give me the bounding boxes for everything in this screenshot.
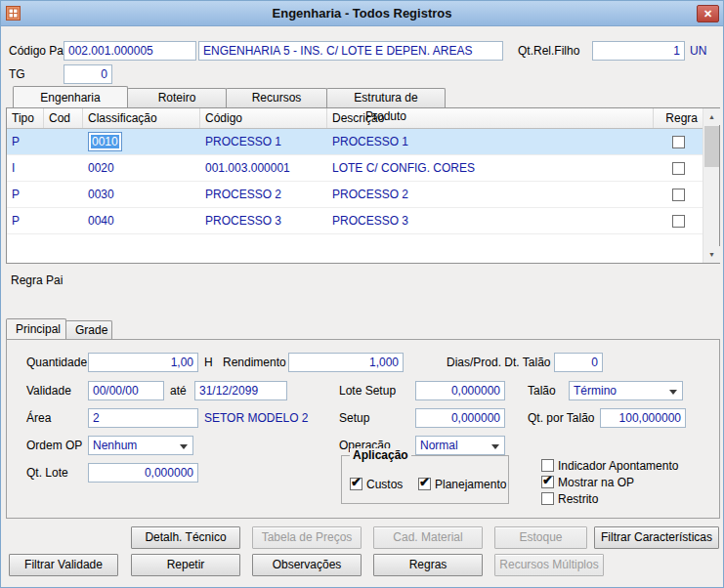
tab-roteiro[interactable]: Roteiro <box>127 88 227 107</box>
subtab-grade[interactable]: Grade <box>65 320 112 339</box>
scroll-thumb[interactable] <box>704 126 719 167</box>
rendimento-input[interactable]: 1,000 <box>288 353 404 372</box>
cell-codigo: 001.003.000001 <box>200 155 327 181</box>
ordem-op-select[interactable]: Nenhum <box>88 436 193 455</box>
mostrar-na-op-checkbox[interactable] <box>541 476 554 488</box>
detalh-tecnico-button[interactable]: Detalh. Técnico <box>131 526 240 549</box>
cell-tipo: P <box>7 182 44 207</box>
cell-codigo: PROCESSO 1 <box>200 129 327 154</box>
restrito-checkbox-row[interactable]: Restrito <box>541 492 598 508</box>
codigo-pai-label: Código Pai <box>9 41 66 61</box>
col-header-codigo[interactable]: Código <box>200 108 327 128</box>
principal-panel: Quantidade 1,00 H Rendimento 1,000 Dias/… <box>6 339 720 519</box>
qt-rel-filho-input[interactable]: 1 <box>592 41 685 61</box>
indicador-apontamento-checkbox[interactable] <box>541 459 554 472</box>
chevron-down-icon <box>491 444 499 449</box>
regra-checkbox[interactable] <box>672 215 685 228</box>
tg-label: TG <box>9 64 25 84</box>
recursos-multiplos-button[interactable]: Recursos Múltiplos <box>494 554 604 576</box>
cell-cod <box>44 155 83 181</box>
cell-classificacao: 0040 <box>83 208 200 233</box>
regras-button[interactable]: Regras <box>373 554 483 576</box>
cell-codigo: PROCESSO 2 <box>200 182 327 207</box>
tab-recursos[interactable]: Recursos <box>226 88 327 107</box>
col-header-tipo[interactable]: Tipo <box>7 108 44 128</box>
tabela-de-precos-button[interactable]: Tabela de Preços <box>252 526 362 549</box>
custos-checkbox[interactable] <box>350 478 362 490</box>
cell-classificacao[interactable]: 0010 <box>83 129 200 154</box>
area-label: Área <box>26 408 51 428</box>
dias-prod-label: Dias/Prod. Dt. Talão <box>447 353 551 372</box>
chevron-down-icon <box>669 390 677 395</box>
tg-input[interactable]: 0 <box>64 64 112 84</box>
validade-label: Validade <box>26 381 71 400</box>
tab-estrutura-de-produto[interactable]: Estrutura de Produto <box>326 88 446 107</box>
dias-prod-input[interactable]: 0 <box>554 353 603 372</box>
cell-cod <box>44 208 83 233</box>
descricao-pai-input[interactable]: ENGENHARIA 5 - INS. C/ LOTE E DEPEN. ARE… <box>198 41 503 61</box>
validade-input[interactable]: 00/00/00 <box>88 381 164 400</box>
cell-classificacao: 0020 <box>83 155 200 181</box>
cell-tipo: P <box>7 129 44 154</box>
qt-lote-input[interactable]: 0,000000 <box>88 463 198 483</box>
scroll-down-button[interactable]: ▼ <box>703 246 720 263</box>
grid-row-4[interactable]: P 0040 PROCESSO 3 PROCESSO 3 <box>7 208 703 234</box>
grid-header: Tipo Cod Classificação Código Descrição … <box>7 108 703 129</box>
qt-por-talao-label: Qt. por Talão <box>528 408 594 428</box>
talao-select[interactable]: Término <box>569 381 683 400</box>
close-button[interactable]: ✕ <box>697 5 719 22</box>
cell-cod <box>44 182 83 207</box>
subtab-principal[interactable]: Principal <box>6 318 66 339</box>
cell-tipo: I <box>7 155 44 181</box>
cell-tipo: P <box>7 208 44 233</box>
quantidade-label: Quantidade <box>26 353 87 372</box>
estoque-button[interactable]: Estoque <box>494 526 587 549</box>
rendimento-label: Rendimento <box>223 353 286 372</box>
planejamento-checkbox-row[interactable]: Planejamento <box>418 478 506 493</box>
cell-descricao: LOTE C/ CONFIG. CORES <box>327 155 654 181</box>
repetir-button[interactable]: Repetir <box>131 554 240 576</box>
cell-cod <box>44 129 83 154</box>
quantidade-input[interactable]: 1,00 <box>88 353 198 372</box>
grid-row-1[interactable]: P 0010 PROCESSO 1 PROCESSO 1 <box>7 129 703 155</box>
col-header-cod[interactable]: Cod <box>44 108 83 128</box>
cell-codigo: PROCESSO 3 <box>200 208 327 233</box>
regra-checkbox[interactable] <box>672 136 685 148</box>
area-input[interactable]: 2 <box>88 408 198 428</box>
observacoes-button[interactable]: Observações <box>252 554 362 576</box>
grid-row-3[interactable]: P 0030 PROCESSO 2 PROCESSO 2 <box>7 182 703 208</box>
talao-label: Talão <box>528 381 556 400</box>
ate-input[interactable]: 31/12/2099 <box>194 381 287 400</box>
grid-row-2[interactable]: I 0020 001.003.000001 LOTE C/ CONFIG. CO… <box>7 155 703 182</box>
codigo-pai-input[interactable]: 002.001.000005 <box>64 41 196 61</box>
ordem-op-label: Ordem OP <box>26 436 82 455</box>
mostrar-na-op-checkbox-row[interactable]: Mostrar na OP <box>541 476 634 491</box>
filtrar-validade-button[interactable]: Filtrar Validade <box>9 554 118 576</box>
engenharia-window: Engenharia - Todos Registros ✕ Código Pa… <box>0 0 724 588</box>
inline-editor[interactable]: 0010 <box>88 132 122 151</box>
vertical-scrollbar[interactable]: ▲ ▼ <box>703 108 719 263</box>
scroll-up-button[interactable]: ▲ <box>703 108 720 125</box>
cell-regra <box>654 155 703 181</box>
planejamento-checkbox[interactable] <box>418 478 431 490</box>
lote-setup-label: Lote Setup <box>339 381 396 400</box>
lote-setup-input[interactable]: 0,000000 <box>415 381 505 400</box>
regra-pai-label: Regra Pai <box>11 271 63 290</box>
unit-label: UN <box>690 41 706 61</box>
regra-checkbox[interactable] <box>672 162 685 175</box>
cell-classificacao: 0030 <box>83 182 200 207</box>
col-header-classificacao[interactable]: Classificação <box>83 108 200 128</box>
qt-rel-filho-label: Qt.Rel.Filho <box>518 41 579 61</box>
tab-engenharia[interactable]: Engenharia <box>13 86 128 107</box>
cad-material-button[interactable]: Cad. Material <box>373 526 483 549</box>
col-header-regra[interactable]: Regra <box>654 108 703 128</box>
regra-checkbox[interactable] <box>672 189 685 201</box>
custos-checkbox-row[interactable]: Custos <box>350 478 403 493</box>
titlebar[interactable]: Engenharia - Todos Registros ✕ <box>1 1 723 26</box>
indicador-apontamento-checkbox-row[interactable]: Indicador Apontamento <box>541 459 678 475</box>
filtrar-caracteristicas-button[interactable]: Filtrar Características <box>594 526 719 549</box>
setup-input[interactable]: 0,000000 <box>415 408 505 428</box>
operacao-select[interactable]: Normal <box>415 436 505 455</box>
restrito-checkbox[interactable] <box>541 492 554 505</box>
qt-por-talao-input[interactable]: 100,000000 <box>600 408 686 428</box>
